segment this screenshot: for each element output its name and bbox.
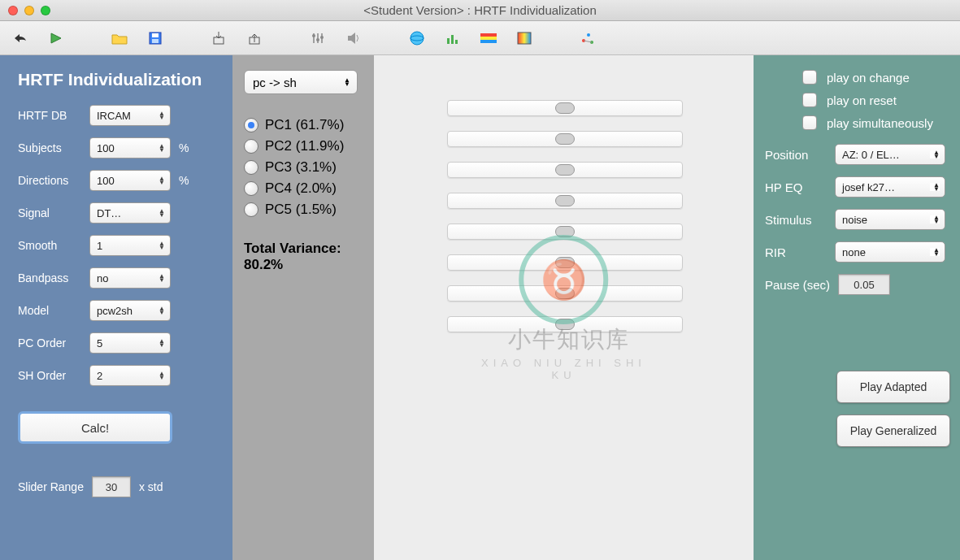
- colormap-icon[interactable]: [515, 29, 533, 47]
- smooth-select[interactable]: 1▲▼: [89, 235, 171, 256]
- calc-button[interactable]: Calc!: [18, 411, 172, 444]
- play-icon[interactable]: [47, 29, 65, 47]
- play-on-reset-checkbox[interactable]: [802, 93, 817, 107]
- page-title: HRTF Individualization: [18, 70, 215, 89]
- svg-rect-15: [451, 35, 454, 44]
- window-title: <Student Version> : HRTF Individualizati…: [0, 3, 960, 17]
- play-simultaneously-label: play simultaneously: [827, 116, 933, 130]
- toolbar: [0, 21, 960, 55]
- pc-slider-6[interactable]: [447, 254, 683, 271]
- pc-slider-2[interactable]: [447, 131, 683, 147]
- pc5-radio[interactable]: [244, 202, 258, 217]
- export-icon[interactable]: [245, 29, 263, 47]
- hrtf-db-label: HRTF DB: [18, 109, 89, 122]
- pc2-radio[interactable]: [244, 139, 258, 154]
- svg-rect-14: [447, 38, 450, 44]
- svg-point-12: [410, 32, 424, 45]
- slider-range-label: Slider Range: [18, 480, 84, 493]
- pc4-label: PC4 (2.0%): [265, 180, 337, 197]
- spectrum-icon[interactable]: [480, 29, 497, 47]
- total-variance-value: 80.2%: [244, 257, 363, 273]
- subjects-select[interactable]: 100▲▼: [89, 137, 171, 158]
- bar-chart-icon[interactable]: [444, 29, 462, 47]
- pc4-radio[interactable]: [244, 181, 258, 196]
- pc-mode-select[interactable]: pc -> sh▲▼: [244, 70, 358, 94]
- sh-order-select[interactable]: 2▲▼: [89, 365, 171, 386]
- play-on-change-label: play on change: [827, 71, 910, 85]
- bandpass-label: Bandpass: [18, 271, 89, 284]
- pc-slider-4[interactable]: [447, 193, 683, 209]
- pc-slider-5[interactable]: [447, 224, 683, 240]
- pc1-label: PC1 (61.7%): [265, 117, 344, 133]
- model-select[interactable]: pcw2sh▲▼: [89, 300, 171, 321]
- globe-icon[interactable]: [408, 29, 426, 47]
- hp-eq-select[interactable]: josef k27…▲▼: [835, 176, 945, 198]
- pc1-radio[interactable]: [244, 118, 258, 132]
- total-variance-label: Total Variance:: [244, 241, 363, 257]
- hp-eq-label: HP EQ: [765, 180, 835, 194]
- play-generalized-button[interactable]: Play Generalized: [836, 415, 950, 447]
- svg-rect-19: [480, 40, 497, 43]
- smooth-label: Smooth: [18, 239, 89, 252]
- main-layout: HRTF Individualization HRTF DB IRCAM▲▼ S…: [0, 55, 960, 560]
- svg-point-22: [587, 33, 590, 37]
- pc-slider-7[interactable]: [447, 285, 683, 302]
- svg-marker-0: [51, 33, 61, 43]
- left-config-panel: HRTF Individualization HRTF DB IRCAM▲▼ S…: [0, 55, 232, 560]
- stimulus-label: Stimulus: [765, 213, 835, 227]
- svg-rect-16: [455, 40, 458, 44]
- scatter-icon[interactable]: [579, 29, 597, 47]
- svg-point-9: [312, 34, 315, 37]
- pc3-radio[interactable]: [244, 160, 258, 175]
- equalizer-icon[interactable]: [309, 29, 327, 47]
- slider-range-input[interactable]: 30: [92, 476, 131, 497]
- pause-input[interactable]: 0.05: [838, 274, 890, 295]
- svg-point-11: [320, 36, 324, 39]
- stimulus-select[interactable]: noise▲▼: [835, 209, 945, 230]
- rir-label: RIR: [765, 245, 835, 259]
- import-icon[interactable]: [210, 29, 228, 47]
- directions-unit: %: [179, 174, 189, 187]
- hrtf-db-select[interactable]: IRCAM▲▼: [89, 105, 171, 126]
- undo-icon[interactable]: [11, 29, 29, 47]
- svg-rect-20: [518, 33, 531, 44]
- pc5-label: PC5 (1.5%): [265, 202, 337, 218]
- save-icon[interactable]: [146, 29, 164, 47]
- pc-slider-3[interactable]: [447, 162, 683, 178]
- play-adapted-button[interactable]: Play Adapted: [836, 371, 950, 403]
- svg-point-10: [316, 38, 319, 41]
- pause-label: Pause (sec): [765, 278, 835, 292]
- play-simultaneously-checkbox[interactable]: [802, 115, 817, 130]
- sh-order-label: SH Order: [18, 369, 89, 382]
- signal-select[interactable]: DT…▲▼: [89, 202, 171, 224]
- play-on-change-checkbox[interactable]: [802, 70, 817, 85]
- subjects-label: Subjects: [18, 141, 89, 154]
- bandpass-select[interactable]: no▲▼: [89, 267, 171, 289]
- pc-slider-1[interactable]: [447, 100, 683, 116]
- signal-label: Signal: [18, 206, 89, 219]
- pc3-label: PC3 (3.1%): [265, 159, 337, 176]
- subjects-unit: %: [179, 141, 189, 154]
- pc2-label: PC2 (11.9%): [265, 138, 344, 154]
- playback-panel: play on change play on reset play simult…: [754, 55, 960, 560]
- pc-selection-panel: pc -> sh▲▼ PC1 (61.7%) PC2 (11.9%) PC3 (…: [232, 55, 374, 560]
- titlebar: <Student Version> : HRTF Individualizati…: [0, 0, 960, 21]
- pc-order-select[interactable]: 5▲▼: [89, 332, 171, 354]
- svg-rect-18: [480, 37, 497, 40]
- pc-slider-8[interactable]: [447, 316, 683, 332]
- play-on-reset-label: play on reset: [827, 93, 897, 107]
- open-folder-icon[interactable]: [111, 29, 128, 47]
- svg-rect-17: [480, 33, 497, 37]
- speaker-icon[interactable]: [345, 29, 363, 47]
- directions-select[interactable]: 100▲▼: [89, 170, 171, 191]
- position-label: Position: [765, 148, 835, 162]
- slider-range-unit: x std: [139, 480, 163, 493]
- directions-label: Directions: [18, 174, 89, 187]
- rir-select[interactable]: none▲▼: [835, 241, 945, 263]
- model-label: Model: [18, 304, 89, 317]
- svg-rect-3: [152, 39, 159, 43]
- svg-rect-2: [152, 33, 159, 37]
- pc-order-label: PC Order: [18, 336, 89, 349]
- position-select[interactable]: AZ: 0 / EL…▲▼: [835, 144, 945, 165]
- slider-area: ♉ 小牛知识库 XIAO NIU ZHI SHI KU: [374, 55, 754, 560]
